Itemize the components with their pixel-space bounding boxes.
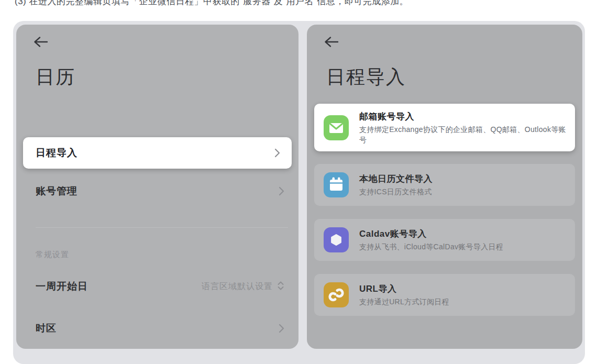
card-desc: 支持绑定Exchange协议下的企业邮箱、QQ邮箱、Outlook等账号 [359, 124, 567, 145]
card-desc: 支持通过URL方式订阅日程 [359, 296, 567, 307]
back-button[interactable] [324, 36, 341, 50]
card-desc: 支持从飞书、iCloud等CalDav账号导入日程 [359, 241, 567, 252]
calendar-settings-panel: 日历 账户和日历 日程导入 账号管理 常规设置 一周开始日 语言区域默认设置 [16, 25, 298, 349]
card-mail-import[interactable]: 邮箱账号导入 支持绑定Exchange协议下的企业邮箱、QQ邮箱、Outlook… [314, 104, 575, 151]
card-text: 邮箱账号导入 支持绑定Exchange协议下的企业邮箱、QQ邮箱、Outlook… [359, 111, 567, 145]
row-label: 日程导入 [36, 146, 78, 160]
card-desc: 支持ICS日历文件格式 [359, 186, 567, 197]
card-title: 邮箱账号导入 [359, 111, 567, 123]
row-week-start[interactable]: 一周开始日 语言区域默认设置 [36, 271, 284, 302]
card-text: URL导入 支持通过URL方式订阅日程 [359, 283, 567, 307]
row-label: 时区 [36, 322, 57, 335]
back-button[interactable] [33, 36, 51, 50]
card-caldav-import[interactable]: Caldav账号导入 支持从飞书、iCloud等CalDav账号导入日程 [314, 219, 575, 261]
doc-text-clipped: (3) 在进入的完整编辑页填写「企业微信日程」中获取的“服务器”及“用户名”信息… [15, 0, 408, 7]
divider [36, 227, 288, 228]
row-timezone[interactable]: 时区 [36, 313, 284, 344]
row-schedule-import[interactable]: 日程导入 [23, 137, 292, 169]
card-title: Caldav账号导入 [359, 228, 567, 240]
hexagon-icon [324, 227, 349, 252]
page: (3) 在进入的完整编辑页填写「企业微信日程」中获取的“服务器”及“用户名”信息… [0, 0, 597, 364]
chevron-right-icon [279, 186, 284, 196]
card-text: 本地日历文件导入 支持ICS日历文件格式 [359, 173, 567, 197]
chevron-right-icon [279, 324, 284, 333]
selector-value: 语言区域默认设置 [202, 281, 273, 292]
link-icon [324, 282, 349, 307]
card-title: 本地日历文件导入 [359, 173, 567, 185]
back-arrow-icon [324, 36, 339, 50]
card-local-file-import[interactable]: 本地日历文件导入 支持ICS日历文件格式 [314, 164, 575, 206]
card-url-import[interactable]: URL导入 支持通过URL方式订阅日程 [314, 274, 575, 316]
updown-selector-icon [277, 281, 284, 293]
mail-icon [324, 115, 349, 140]
schedule-import-panel: 日程导入 邮箱账号导入 支持绑定Exchange协议下的企业邮箱、QQ邮箱、Ou… [307, 25, 582, 349]
card-text: Caldav账号导入 支持从飞书、iCloud等CalDav账号导入日程 [359, 228, 567, 252]
page-title: 日程导入 [326, 64, 406, 90]
back-arrow-icon [33, 36, 49, 50]
row-label: 账号管理 [36, 184, 78, 198]
row-account-manage[interactable]: 账号管理 [36, 175, 284, 207]
row-label: 一周开始日 [36, 280, 88, 293]
page-title: 日历 [36, 64, 75, 90]
card-title: URL导入 [359, 283, 567, 295]
section-label-general: 常规设置 [36, 250, 69, 260]
chevron-right-icon [274, 148, 280, 158]
calendar-icon [324, 172, 349, 197]
week-start-selector[interactable]: 语言区域默认设置 [202, 281, 284, 293]
